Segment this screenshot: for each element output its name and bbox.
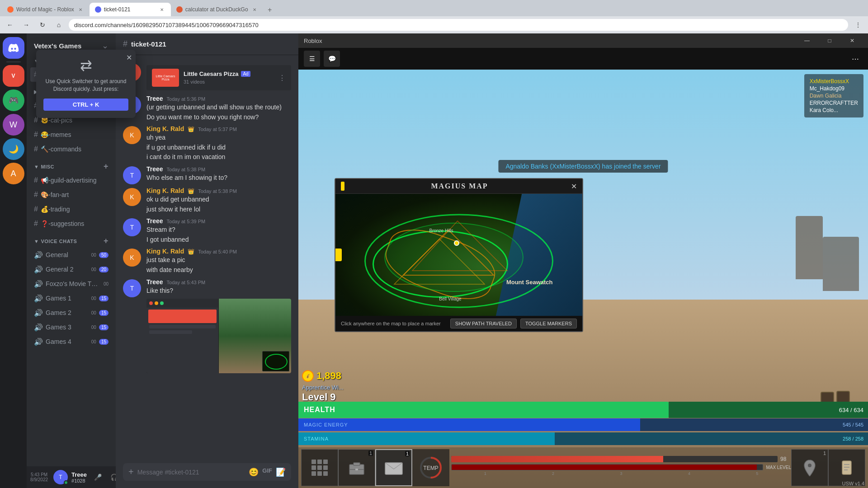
tab-close-3[interactable]: ✕ (251, 6, 258, 13)
server-icon-2[interactable]: 🎮 (3, 89, 24, 111)
speaker-icon-foxzo: 🔊 (34, 280, 43, 288)
ad-thumbnail-text: Little Caesars Pizza (152, 75, 179, 81)
gif-icon[interactable]: GIF (262, 467, 272, 477)
hamburger-icon[interactable]: ☰ (304, 51, 320, 67)
address-input[interactable] (69, 19, 848, 31)
quick-switcher-shortcut[interactable]: CTRL + K (43, 99, 116, 111)
server-icon-5[interactable]: A (3, 163, 24, 184)
tab-world-of-magic[interactable]: World of Magic - Roblox ✕ (2, 3, 90, 16)
refresh-button[interactable]: ↻ (36, 19, 49, 31)
map-close-button[interactable]: ✕ (571, 182, 577, 191)
user-tag: #1028 (71, 478, 87, 483)
msg-line: with date nearby (146, 266, 291, 275)
timestamp-king-2: Today at 5:38 PM (198, 188, 237, 194)
voice-name-general2: General 2 (46, 266, 89, 273)
browser-chrome: World of Magic - Roblox ✕ ticket-0121 ✕ … (0, 0, 868, 33)
channel-trading[interactable]: # 💰-trading (30, 202, 112, 216)
server-icon-4[interactable]: 🌙 (3, 138, 24, 160)
voice-count-general: 00 (91, 253, 96, 258)
voice-games1[interactable]: 🔊 Games 1 00 15 (30, 291, 112, 305)
message-content-treee-3: Treee Today at 5:39 PM Stream it? I got … (146, 217, 291, 245)
channel-guild-advertising[interactable]: # 📢-guild-advertising (30, 173, 112, 188)
chat-input[interactable]: Message #ticket-0121 (137, 469, 245, 476)
voice-count-general2: 00 (91, 267, 96, 272)
player-item-1: XxMisterBossxX (810, 78, 858, 85)
crown-icon-3: 👑 (188, 249, 194, 255)
tab-close-1[interactable]: ✕ (77, 6, 84, 13)
server-icon-3-letter: W (9, 120, 17, 130)
minimize-button[interactable]: — (797, 33, 817, 48)
message-header-treee-1: Treee Today at 5:36 PM (146, 95, 291, 102)
forward-button[interactable]: → (20, 19, 33, 31)
avatar-treee-3: T (123, 218, 141, 236)
ad-kebab-icon[interactable]: ⋮ (278, 74, 286, 82)
channel-list: ✕ ⇄ Use Quick Switcher to get around Dis… (27, 33, 116, 488)
voice-count-foxzo: 00 (104, 282, 108, 286)
channel-list-spacer (27, 351, 116, 466)
roblox-game-area[interactable]: XxMisterBossxX Mc_Hakdog09 Dawn Galicia … (298, 70, 868, 488)
tab-calculator[interactable]: calculator at DuckDuckGo ✕ (171, 3, 264, 16)
deafen-button[interactable]: 🎧 (107, 470, 116, 484)
voice-games3[interactable]: 🔊 Games 3 00 15 (30, 320, 112, 334)
voice-badge-general2: 20 (99, 267, 108, 272)
toggle-markers-button[interactable]: TOGGLE MARKERS (520, 319, 577, 328)
maximize-button[interactable]: □ (819, 33, 840, 48)
extensions-button[interactable]: ⋮ (852, 19, 864, 31)
structure-1 (823, 237, 859, 291)
chat-channel-name: ticket-0121 (131, 40, 166, 48)
quick-switcher-title: Use Quick Switcher to get around Discord… (43, 78, 116, 93)
server-dropdown-icon[interactable]: ⌄ (102, 41, 108, 51)
sticker-icon[interactable]: 📝 (276, 467, 286, 477)
map-content[interactable]: Bronze Hills Mount Seawatch Bell Village (335, 194, 582, 316)
map-side-marker[interactable] (335, 249, 342, 261)
quick-switcher: ✕ ⇄ Use Quick Switcher to get around Dis… (36, 50, 116, 118)
discord-home-icon[interactable] (3, 37, 24, 59)
message-header-king-2: King K. Rald 👑 Today at 5:38 PM (146, 187, 291, 194)
channel-name-trading: 💰-trading (41, 206, 108, 213)
voice-games2[interactable]: 🔊 Games 2 00 15 (30, 305, 112, 320)
author-treee-1: Treee (146, 95, 163, 102)
chat-icon[interactable]: 💬 (324, 51, 340, 67)
img-discord-part (146, 299, 219, 373)
tab-close-2[interactable]: ✕ (158, 6, 165, 13)
hashtag-icon-guild: # (34, 176, 38, 184)
avatar-king-3: K (123, 249, 141, 267)
back-button[interactable]: ← (4, 19, 16, 31)
voice-badge-games3: 15 (99, 324, 108, 330)
message-text-king-1: uh yea if u got unbanned idk if u did i … (146, 133, 291, 162)
add-file-icon[interactable]: + (128, 467, 134, 477)
voice-general[interactable]: 🔊 General 00 50 (30, 248, 112, 262)
voice-section-header[interactable]: ▼ VOICE CHATS + (30, 235, 112, 248)
home-button[interactable]: ⌂ (52, 19, 65, 31)
message-text-treee-4: Like this? (146, 286, 291, 296)
voice-add[interactable]: + (104, 236, 108, 246)
mute-button[interactable]: 🎤 (90, 470, 105, 484)
tab-discord[interactable]: ticket-0121 ✕ (90, 3, 171, 16)
server-icon-1[interactable]: V (3, 65, 24, 87)
message-ad: LC Little Caesars Pizza Little Caesars P… (116, 62, 298, 93)
roblox-window: Roblox — □ ✕ ☰ 💬 ⋯ (298, 33, 868, 488)
user-avatar: T (53, 470, 68, 484)
message-text-treee-1: (ur getting unbanned and will show us th… (146, 103, 291, 122)
close-button[interactable]: ✕ (842, 33, 863, 48)
chat-header: # ticket-0121 (116, 33, 298, 55)
misc-add[interactable]: + (104, 162, 108, 171)
avatar-king-2: K (123, 188, 141, 206)
chat-messages: LC Little Caesars Pizza Little Caesars P… (116, 55, 298, 463)
more-options-button[interactable]: ⋯ (848, 52, 863, 66)
channel-memes[interactable]: # 😂-memes (30, 127, 112, 142)
server-icon-3[interactable]: W (3, 114, 24, 136)
channel-suggestions[interactable]: # ❓-suggestions (30, 216, 112, 231)
misc-section-header[interactable]: ▼ MISC + (30, 160, 112, 173)
voice-games4[interactable]: 🔊 Games 4 00 15 (30, 334, 112, 349)
msg-line: I got unbanned (146, 235, 291, 244)
channel-commands[interactable]: # 🔨-commands (30, 142, 112, 156)
voice-foxzo[interactable]: 🔊 Foxzo's Movie The... 00 (30, 277, 112, 291)
new-tab-button[interactable]: + (264, 4, 276, 16)
channel-fan-art[interactable]: # 🎨-fan-art (30, 188, 112, 202)
message-text-king-2: ok u did get unbanned just show it here … (146, 195, 291, 214)
emoji-icon[interactable]: 😊 (249, 467, 259, 477)
message-text-treee-2: Who else am I showing it to? (146, 174, 291, 183)
show-path-button[interactable]: SHOW PATH TRAVELED (450, 319, 517, 328)
voice-general2[interactable]: 🔊 General 2 00 20 (30, 262, 112, 277)
